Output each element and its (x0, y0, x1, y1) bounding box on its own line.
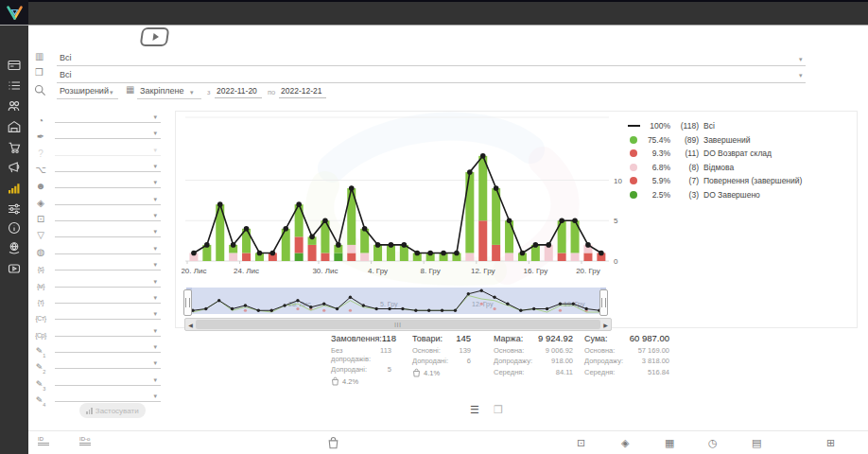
sidebar-item-orders[interactable] (8, 79, 21, 93)
scrollbar-thumb[interactable]: ||| (196, 320, 600, 329)
filter-row-utm-m: {м}▾ (32, 274, 161, 289)
time-icon[interactable]: ◷ (708, 437, 718, 448)
sidebar-item-purchases[interactable] (8, 141, 21, 154)
filter-select[interactable]: ▾ (55, 373, 161, 386)
sidebar-item-settings[interactable] (8, 202, 21, 216)
svg-text:30. Лис: 30. Лис (312, 267, 338, 275)
utm-s-icon: {s} (32, 258, 49, 275)
sidebar-item-warehouse[interactable] (8, 120, 21, 133)
chevron-down-icon: ▾ (153, 343, 157, 350)
filter-select[interactable]: ▾ (55, 143, 161, 156)
order-id-list-icon[interactable]: ID (38, 437, 49, 447)
chevron-down-icon[interactable]: ▾ (190, 89, 194, 96)
filter-select[interactable]: ▾ (55, 389, 161, 402)
filter-underline (55, 336, 161, 337)
legend-item[interactable]: 2.5%(3)DO Завершено (626, 188, 802, 202)
filter-underline (55, 204, 161, 205)
sidebar-item-integrations[interactable] (8, 241, 21, 254)
legend-item[interactable]: 100%(118)Всі (626, 119, 802, 133)
legend-item[interactable]: 5.9%(7)Повернення (завершений) (626, 174, 802, 188)
dashboard-icon (8, 59, 21, 72)
calendar-icon: ▦ (126, 85, 134, 95)
date-to-underline (279, 97, 326, 98)
filter-select[interactable]: ▾ (55, 340, 161, 353)
product-filter-select[interactable]: Всі (60, 70, 72, 79)
filter-select[interactable]: ▾ (55, 323, 161, 337)
legend-item[interactable]: 75.4%(89)Завершений (626, 133, 802, 148)
sidebar-item-clients[interactable] (8, 99, 21, 113)
product-view-icon[interactable]: ❒ (494, 405, 503, 415)
chevron-down-icon: ▾ (153, 278, 157, 285)
calendar-order-icon[interactable]: ▤ (752, 437, 761, 448)
calendar-edit-icon[interactable]: ⊞ (826, 437, 835, 448)
status-filter-select[interactable]: Всі (60, 53, 72, 62)
utm-t-icon: {т} (32, 291, 49, 308)
filter-underline (55, 236, 161, 237)
sidebar-item-dashboard[interactable] (8, 59, 21, 72)
svg-text:20. Лис: 20. Лис (182, 267, 206, 275)
filter-select[interactable]: ▾ (55, 356, 161, 369)
minimap-left-handle[interactable] (183, 289, 192, 316)
stat-value: 145 (456, 333, 471, 343)
sidebar-nav (0, 26, 28, 454)
product-cube-icon[interactable]: ◈ (621, 437, 629, 448)
filter-select[interactable]: ▾ (55, 126, 161, 139)
bag-icon[interactable] (327, 436, 339, 449)
legend-item[interactable]: 6.8%(8)Відмова (626, 161, 802, 175)
clients-icon (8, 99, 21, 113)
svg-text:8. Гру: 8. Гру (421, 267, 441, 275)
sidebar-item-info[interactable] (8, 221, 21, 235)
chevron-down-icon[interactable]: ▾ (110, 89, 113, 96)
stat-subrow: Допродажу:918.00 (494, 357, 573, 365)
analytics-page: ▥ Всі ▾ ❒ Всі ▾ Розширений ▾ ▦ Закріплен… (0, 0, 868, 454)
date-to-input[interactable]: 2022-12-21 (281, 86, 321, 96)
filter-select[interactable]: ▾ (55, 290, 161, 304)
legend-percent: 9.3% (641, 148, 670, 158)
minimap-right-handle[interactable] (599, 289, 608, 316)
filter-select[interactable]: ▾ (55, 224, 161, 237)
filter-select[interactable]: ▾ (55, 274, 161, 288)
chart-minimap[interactable]: 28. Лис5. Гру12. Гру19. Гру (186, 288, 606, 318)
chevron-down-icon: ▾ (153, 196, 157, 202)
filter-select[interactable]: ▾ (55, 192, 161, 205)
stat-column: Товари:145Основні:139Допродані:64.1% (412, 333, 471, 377)
legend-item[interactable]: 9.3%(11)DO Возврат склад (626, 147, 802, 161)
chevron-down-icon[interactable]: ▾ (799, 72, 803, 79)
filter-select[interactable]: ▾ (55, 257, 161, 271)
sidebar-item-analytics[interactable] (8, 182, 21, 195)
filter-underline (55, 171, 161, 172)
filter-row-utm-sr: {Ср}▾ (32, 323, 161, 339)
period-mode-select[interactable]: Закріплене (140, 86, 184, 96)
search-mode-select[interactable]: Розширений (60, 86, 109, 96)
filter-select[interactable]: ▾ (55, 110, 161, 123)
order-id-link-icon[interactable]: ID-o (79, 437, 91, 447)
video-tutorial-button[interactable] (140, 27, 170, 46)
chart-panel: 051020. Лис24. Лис30. Лис4. Гру8. Гру12.… (175, 111, 858, 328)
scroll-right-arrow[interactable]: ▶ (600, 322, 611, 328)
chevron-down-icon: ▾ (153, 130, 157, 136)
stat-title-row: Товари:145 (412, 333, 471, 343)
filter-row-utm-t: {т}▾ (32, 290, 161, 306)
sidebar-item-marketing[interactable] (8, 161, 21, 174)
scroll-left-arrow[interactable]: ◀ (185, 322, 196, 328)
svg-text:5. Гру: 5. Гру (380, 301, 398, 308)
filter-select[interactable]: ▾ (55, 241, 161, 254)
calendar-date-icon[interactable]: ▦ (665, 437, 674, 448)
minimap-scrollbar[interactable]: ◀ ||| ▶ (184, 318, 612, 331)
marketing-icon (8, 161, 21, 174)
payment-icon[interactable]: ⊡ (577, 437, 585, 448)
filter-select[interactable]: ▾ (55, 306, 161, 320)
filter-select[interactable]: ▾ (55, 175, 161, 188)
date-from-input[interactable]: 2022-11-20 (217, 86, 257, 96)
sidebar-item-video-tutorials[interactable] (8, 262, 21, 275)
chevron-down-icon: ▾ (153, 261, 157, 268)
app-logo[interactable] (0, 0, 28, 25)
filter-select[interactable]: ▾ (55, 208, 161, 221)
list-view-icon[interactable]: ☰ (470, 405, 479, 415)
upsell-rate-badge: 4.2% (331, 376, 391, 386)
apply-button[interactable]: Застосувати (79, 403, 146, 418)
chevron-down-icon[interactable]: ▾ (799, 56, 803, 62)
orders-icon (8, 79, 21, 93)
filter-select[interactable]: ▾ (55, 159, 161, 172)
status-tree-icon: ▥ (35, 52, 43, 61)
